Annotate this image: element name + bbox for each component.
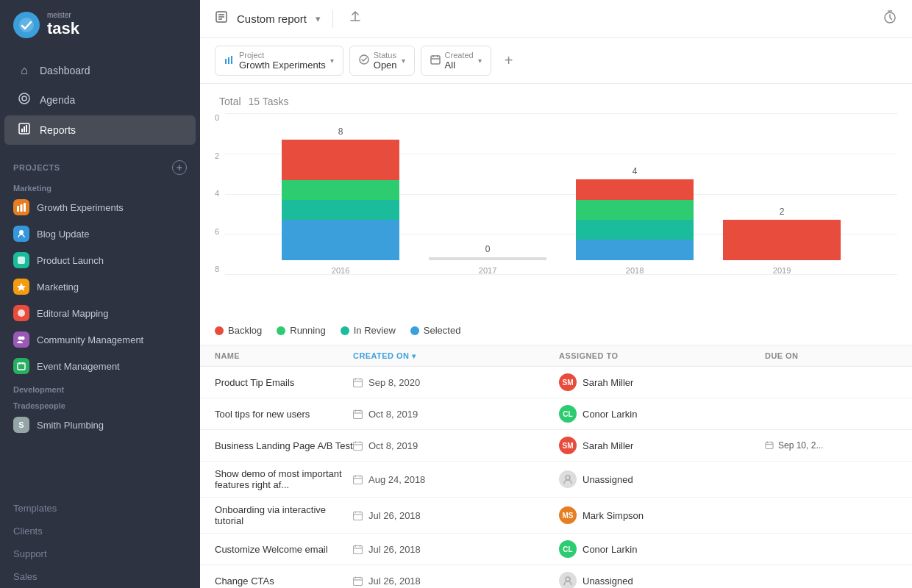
assigned-name: Conor Larkin — [583, 409, 637, 420]
bar-stack-2018 — [576, 179, 694, 260]
project-label-smith: Smith Plumbing — [37, 420, 104, 431]
col-name[interactable]: NAME — [215, 351, 353, 360]
project-dot-launch — [13, 252, 29, 268]
bar-label-2019: 2 — [780, 207, 785, 217]
legend-dot-backlog — [215, 326, 224, 335]
bar-running-2018 — [576, 200, 694, 220]
svg-rect-35 — [354, 410, 363, 418]
legend-label-running: Running — [290, 325, 325, 336]
table-row[interactable]: Change CTAs Jul 26, 2018 Unassigned — [200, 565, 912, 588]
topbar: Custom report ▾ — [200, 0, 912, 38]
svg-rect-8 — [21, 204, 23, 212]
logo-meister-text: meister — [47, 12, 79, 19]
project-item-community[interactable]: Community Management — [0, 326, 200, 353]
project-label-blog: Blog Update — [37, 229, 90, 240]
clients-link[interactable]: Clients — [0, 520, 200, 542]
project-item-blog[interactable]: Blog Update — [0, 220, 200, 247]
support-link[interactable]: Support — [0, 542, 200, 565]
project-item-marketing[interactable]: Marketing — [0, 273, 200, 300]
due-date-cell: Sep 10, 2... — [765, 440, 897, 451]
project-item-editorial[interactable]: Editoral Mapping — [0, 300, 200, 326]
col-due-on[interactable]: DUE ON — [765, 351, 897, 360]
created-filter-chevron: ▾ — [478, 57, 482, 65]
nav-item-reports[interactable]: Reports — [4, 115, 196, 145]
svg-rect-24 — [228, 57, 229, 64]
svg-point-12 — [18, 309, 25, 317]
report-type-dropdown[interactable]: ▾ — [316, 13, 321, 24]
project-filter[interactable]: Project Growth Experiments ▾ — [215, 46, 343, 76]
bar-2018: 4 2018 — [576, 166, 694, 275]
project-item-smith[interactable]: S Smith Plumbing — [0, 412, 200, 438]
calendar-icon — [430, 54, 441, 67]
svg-rect-47 — [354, 476, 363, 484]
templates-link[interactable]: Templates — [0, 497, 200, 520]
assigned-cell: SM Sarah Miller — [559, 373, 765, 391]
assigned-cell: SM Sarah Miller — [559, 437, 765, 454]
table-row[interactable]: Product Tip Emails Sep 8, 2020 SM Sarah … — [200, 367, 912, 398]
add-project-button[interactable]: + — [172, 160, 187, 175]
project-dot-community — [13, 331, 29, 348]
col-assigned-to[interactable]: ASSIGNED TO — [559, 351, 765, 360]
project-dot-blog — [13, 226, 29, 242]
project-item-growth[interactable]: Growth Experiments — [0, 194, 200, 220]
created-filter[interactable]: Created All ▾ — [421, 46, 491, 76]
project-item-launch[interactable]: Product Launch — [0, 247, 200, 273]
bar-inreview-2016 — [282, 200, 399, 220]
col-created-on[interactable]: CREATED ON ▾ — [353, 351, 559, 360]
svg-point-51 — [566, 476, 570, 480]
bar-label-2016: 8 — [338, 126, 343, 137]
nav-item-agenda[interactable]: Agenda — [4, 85, 196, 115]
status-filter-chevron: ▾ — [402, 57, 405, 65]
main-content: Custom report ▾ Project Growth Experimen… — [200, 0, 912, 588]
filters-bar: Project Growth Experiments ▾ Status Open… — [200, 38, 912, 84]
svg-point-14 — [21, 337, 25, 340]
assigned-name: Unassigned — [583, 576, 633, 587]
svg-rect-5 — [24, 126, 25, 132]
unassigned-icon — [559, 572, 577, 588]
svg-point-2 — [22, 96, 26, 101]
total-count: 15 Tasks — [248, 96, 288, 107]
sidebar: meister task ⌂ Dashboard Agenda Reports … — [0, 0, 200, 588]
table-row[interactable]: Business Landing Page A/B Test Oct 8, 20… — [200, 430, 912, 462]
bars-group: 8 2016 0 — [225, 113, 897, 275]
project-label-growth: Growth Experiments — [37, 202, 124, 213]
tradespeople-sub-header: Tradespeople — [0, 395, 200, 412]
main-nav: ⌂ Dashboard Agenda Reports — [0, 50, 200, 151]
table-row[interactable]: Tool tips for new users Oct 8, 2019 CL C… — [200, 398, 912, 430]
bar-2016: 8 2016 — [282, 126, 399, 275]
assigned-name: Mark Simpson — [583, 510, 644, 521]
created-date-cell: Sep 8, 2020 — [353, 377, 559, 388]
legend-dot-running — [277, 326, 285, 335]
chart-icon — [224, 54, 235, 67]
created-filter-label: Created — [445, 51, 474, 60]
upload-icon[interactable] — [348, 10, 363, 28]
reports-icon — [18, 123, 31, 137]
status-filter[interactable]: Status Open ▾ — [349, 46, 415, 76]
svg-rect-4 — [21, 129, 23, 132]
sales-link[interactable]: Sales — [0, 565, 200, 588]
bar-stack-2016 — [282, 140, 399, 260]
logo-icon — [13, 12, 40, 38]
unassigned-icon — [559, 470, 577, 488]
created-date-cell: Jul 26, 2018 — [353, 576, 559, 587]
projects-section-header: PROJECTS + — [0, 151, 200, 178]
development-sub-header: Development — [0, 379, 200, 395]
project-filter-chevron: ▾ — [330, 57, 334, 65]
task-name: Show demo of most important features rig… — [215, 468, 353, 490]
created-filter-value: All — [445, 60, 474, 71]
project-label-event: Event Management — [37, 361, 120, 372]
nav-item-dashboard[interactable]: ⌂ Dashboard — [4, 57, 196, 85]
chart-container: 8 6 4 2 0 — [200, 113, 912, 319]
avatar: MS — [559, 506, 577, 524]
svg-rect-43 — [766, 442, 773, 449]
add-filter-button[interactable]: + — [497, 48, 521, 74]
bar-2019: 2 2019 — [723, 207, 841, 275]
project-item-event[interactable]: Event Management — [0, 353, 200, 379]
svg-rect-23 — [225, 59, 227, 64]
agenda-icon — [18, 93, 31, 107]
timer-icon[interactable] — [883, 10, 897, 28]
table-row[interactable]: Customize Welcome email Jul 26, 2018 CL … — [200, 534, 912, 565]
table-row[interactable]: Onboarding via interactive tutorial Jul … — [200, 498, 912, 534]
project-filter-value: Growth Experiments — [239, 60, 326, 71]
table-row[interactable]: Show demo of most important features rig… — [200, 462, 912, 498]
